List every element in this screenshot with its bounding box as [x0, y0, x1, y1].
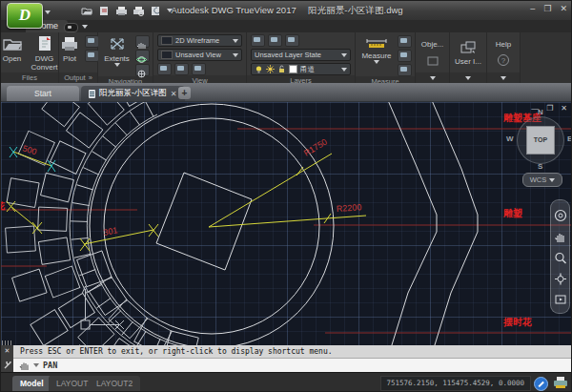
view-manager-icon[interactable]: [192, 63, 206, 75]
visual-style-icon: [161, 36, 173, 45]
dimension-301: 301: [102, 225, 118, 237]
command-history-line: Press ESC or ENTER to exit, or right-cli…: [13, 345, 572, 359]
tab-layout2[interactable]: LAYOUT2: [89, 376, 140, 391]
new-tab-button[interactable]: +: [178, 87, 191, 99]
tab-model[interactable]: Model: [12, 376, 51, 391]
layer-on-bulb-icon: [255, 65, 263, 73]
command-customize-wrench-icon[interactable]: [3, 361, 11, 370]
panel-user-interface: User I...: [450, 32, 486, 83]
wcs-menu[interactable]: WCS: [522, 173, 562, 187]
view-state-dropdown[interactable]: Unsaved View: [157, 49, 242, 61]
command-prompt-line[interactable]: PAN: [13, 359, 572, 372]
steering-wheel-icon[interactable]: [135, 64, 150, 76]
panel-help-label: Help: [496, 40, 511, 49]
plot-button[interactable]: Plot: [57, 34, 82, 64]
visual-style-caret-icon: [233, 39, 238, 43]
app-menu-caret-icon[interactable]: [45, 10, 51, 14]
active-command: PAN: [43, 361, 57, 370]
viewcube-west[interactable]: W: [506, 134, 514, 143]
command-close-icon[interactable]: ✕: [5, 347, 10, 354]
dwg-convert-icon: [36, 35, 53, 52]
panel-output-label: Output »: [59, 72, 97, 83]
dwg-convert-button[interactable]: DWG Convert: [29, 34, 61, 72]
tab-close-icon[interactable]: ✕: [171, 90, 177, 98]
panel-files: Open DWG Convert Files: [1, 32, 58, 83]
zoom-icon[interactable]: [554, 252, 567, 264]
app-title: Autodesk DWG TrueView 2017: [171, 5, 296, 15]
tab-start[interactable]: Start: [7, 86, 79, 101]
panel-object-expand[interactable]: [416, 72, 449, 83]
layer-state-caret-icon: [341, 53, 347, 57]
panel-output-overflow-icon[interactable]: »: [89, 72, 92, 83]
dimension-r2200: R2200: [336, 202, 361, 214]
orbit-tool-icon[interactable]: [554, 273, 567, 285]
panel-user-interface-expand[interactable]: [450, 72, 486, 83]
command-window-side-column: ✕: [1, 345, 13, 372]
showmotion-icon[interactable]: [554, 294, 567, 305]
panel-help-expand[interactable]: [487, 72, 520, 83]
viewport-icon[interactable]: [157, 63, 172, 75]
extents-caret-icon[interactable]: [114, 63, 120, 67]
layer-caret-icon: [341, 68, 347, 72]
window-title: Autodesk DWG TrueView 2017 阳光丽景-小区详图.dwg: [1, 5, 572, 17]
list-icon[interactable]: [398, 50, 412, 62]
extents-icon: [108, 35, 127, 52]
coordinates-display[interactable]: 751576.2150, 115475.4529, 0.0000: [380, 376, 532, 391]
pan-cursor-icon: [19, 361, 30, 371]
close-button[interactable]: ✕: [560, 4, 567, 14]
viewcube-east[interactable]: E: [567, 134, 572, 143]
id-point-icon[interactable]: [398, 64, 412, 76]
quick-measure-icon[interactable]: [398, 35, 412, 48]
batch-plot-icon[interactable]: [85, 35, 99, 48]
drawing-geometry: R1750 R2200 500 301: [1, 102, 572, 345]
restore-button[interactable]: ❐: [543, 4, 551, 14]
command-options-caret-icon[interactable]: [33, 363, 39, 367]
open-folder-icon: [2, 35, 23, 52]
minimize-button[interactable]: –: [530, 4, 535, 14]
paving-ring-spokes: [71, 102, 191, 345]
help-icon: ?: [497, 53, 510, 67]
plot-printer-icon: [60, 35, 79, 52]
navigation-bar: [550, 199, 570, 314]
viewcube-south[interactable]: S: [538, 162, 542, 171]
workspace-caret-icon[interactable]: [82, 25, 88, 29]
workspace-icon[interactable]: [64, 23, 78, 32]
preview-icon[interactable]: [85, 50, 99, 62]
measure-caret-icon[interactable]: [374, 60, 379, 64]
open-button[interactable]: Open: [0, 34, 26, 64]
full-navigation-wheel-icon[interactable]: [554, 209, 567, 222]
named-views-icon[interactable]: [174, 63, 189, 75]
layer-dropdown[interactable]: 甬道: [251, 63, 351, 75]
orbit-icon[interactable]: [135, 50, 150, 62]
tab-active-document[interactable]: 阳光丽景-小区详图 ✕: [81, 86, 185, 101]
panel-object-label: Obje...: [421, 40, 444, 49]
plaza-circles: [90, 104, 334, 345]
ribbon-tab-row: Home: [1, 20, 572, 32]
layer-state-dropdown[interactable]: Unsaved Layer State: [251, 49, 351, 61]
view-state-caret-icon: [233, 53, 238, 57]
layer-unlock-icon: [277, 65, 286, 73]
panel-output: Plot Output »: [59, 32, 97, 83]
annotation-monitor-icon[interactable]: [534, 377, 548, 391]
measure-button[interactable]: Measure: [358, 34, 394, 65]
svg-text:?: ?: [501, 56, 506, 65]
viewcube-top-face[interactable]: TOP: [526, 126, 555, 155]
drawing-canvas[interactable]: R1750 R2200 500 301 雕塑基座 雕塑 摆时花 花 — ❐ ✕ …: [1, 102, 572, 345]
viewcube[interactable]: TOP N S W E: [508, 110, 572, 169]
layer-properties-icon[interactable]: [251, 34, 265, 47]
app-menu-button[interactable]: D: [7, 3, 43, 29]
viewcube-north[interactable]: N: [538, 108, 543, 116]
layer-isolate-icon[interactable]: [268, 34, 282, 47]
pan-icon[interactable]: [135, 35, 150, 48]
panel-layers: Unsaved Layer State 甬道 Layers: [247, 32, 355, 83]
panel-files-label: Files: [1, 72, 58, 83]
layer-unisolate-icon[interactable]: [285, 34, 299, 47]
window-controls: – ❐ ✕: [530, 4, 567, 14]
view-state-icon: [161, 51, 173, 59]
plot-status-icon[interactable]: [554, 377, 567, 389]
ribbon: Open DWG Convert Files Plot: [1, 32, 572, 83]
application-window: Autodesk DWG TrueView 2017 阳光丽景-小区详图.dwg…: [0, 0, 572, 392]
pan-hand-icon[interactable]: [554, 231, 567, 243]
zoom-extents-button[interactable]: Extents: [101, 34, 133, 68]
visual-style-dropdown[interactable]: 2D Wireframe: [157, 34, 242, 47]
